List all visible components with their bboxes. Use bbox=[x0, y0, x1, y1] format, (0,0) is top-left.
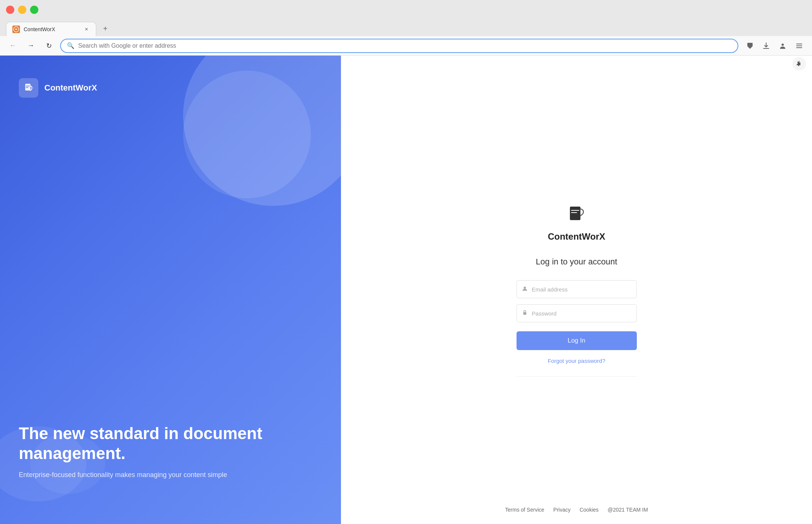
tab-close-button[interactable]: ✕ bbox=[83, 26, 90, 33]
email-field[interactable] bbox=[517, 280, 637, 298]
title-bar bbox=[0, 0, 812, 20]
email-input-group bbox=[517, 280, 637, 298]
menu-button[interactable] bbox=[792, 39, 806, 53]
search-icon: 🔍 bbox=[67, 42, 74, 49]
tab-favicon bbox=[12, 26, 20, 33]
hero-subtitle: Enterprise-focused functionality makes m… bbox=[19, 471, 322, 479]
lock-icon bbox=[522, 310, 528, 317]
password-input-group bbox=[517, 304, 637, 322]
svg-point-1 bbox=[782, 44, 784, 46]
window-controls bbox=[6, 6, 38, 14]
cookies-link[interactable]: Cookies bbox=[580, 507, 599, 513]
add-tab-button[interactable]: + bbox=[99, 23, 111, 35]
browser-chrome: ContentWorX ✕ + ← → ↻ 🔍 Search with Goog… bbox=[0, 0, 812, 56]
svg-rect-3 bbox=[796, 45, 802, 46]
tab-title: ContentWorX bbox=[24, 26, 79, 32]
forward-button[interactable]: → bbox=[24, 39, 38, 53]
svg-rect-5 bbox=[25, 84, 30, 91]
svg-rect-8 bbox=[523, 312, 526, 315]
forgot-password-link[interactable]: Forgot your password? bbox=[548, 358, 605, 364]
hero-logo-text: ContentWorX bbox=[44, 83, 97, 93]
login-logo-icon bbox=[565, 203, 589, 227]
nav-bar: ← → ↻ 🔍 Search with Google or enter addr… bbox=[0, 36, 812, 56]
page-content: ContentWorX The new standard in document… bbox=[0, 56, 812, 524]
svg-rect-2 bbox=[796, 44, 802, 44]
svg-rect-6 bbox=[570, 207, 580, 220]
hero-logo-icon bbox=[19, 78, 38, 98]
login-panel: ContentWorX Log in to your account bbox=[341, 56, 812, 524]
address-input[interactable]: Search with Google or enter address bbox=[78, 42, 732, 49]
browser-tab[interactable]: ContentWorX ✕ bbox=[6, 22, 96, 36]
back-button[interactable]: ← bbox=[6, 39, 20, 53]
password-field[interactable] bbox=[517, 304, 637, 322]
login-button[interactable]: Log In bbox=[517, 331, 637, 350]
terms-link[interactable]: Terms of Service bbox=[505, 507, 544, 513]
svg-rect-4 bbox=[796, 47, 802, 48]
hero-content: The new standard in document management.… bbox=[19, 424, 322, 501]
copyright-text: @2021 TEAM IM bbox=[607, 507, 648, 513]
hero-title: The new standard in document management. bbox=[19, 424, 322, 464]
nav-actions bbox=[743, 39, 806, 53]
login-logo: ContentWorX bbox=[548, 203, 605, 242]
profile-button[interactable] bbox=[776, 39, 789, 53]
download-button[interactable] bbox=[759, 39, 773, 53]
settings-button[interactable] bbox=[792, 57, 806, 71]
email-icon bbox=[522, 285, 528, 293]
minimize-button[interactable] bbox=[18, 6, 26, 14]
close-button[interactable] bbox=[6, 6, 14, 14]
divider bbox=[517, 376, 637, 377]
bg-circle-small bbox=[183, 71, 311, 198]
login-form: Log In Forgot your password? bbox=[517, 280, 637, 364]
pocket-button[interactable] bbox=[743, 39, 756, 53]
maximize-button[interactable] bbox=[30, 6, 38, 14]
svg-point-7 bbox=[524, 287, 526, 289]
hero-panel: ContentWorX The new standard in document… bbox=[0, 56, 341, 524]
login-logo-text: ContentWorX bbox=[548, 231, 605, 242]
footer-links: Terms of Service Privacy Cookies @2021 T… bbox=[505, 507, 648, 513]
login-title: Log in to your account bbox=[536, 257, 617, 267]
forgot-password-section: Forgot your password? bbox=[517, 358, 637, 364]
refresh-button[interactable]: ↻ bbox=[42, 39, 56, 53]
address-bar[interactable]: 🔍 Search with Google or enter address bbox=[60, 39, 738, 53]
privacy-link[interactable]: Privacy bbox=[553, 507, 571, 513]
tab-bar: ContentWorX ✕ + bbox=[0, 20, 812, 36]
